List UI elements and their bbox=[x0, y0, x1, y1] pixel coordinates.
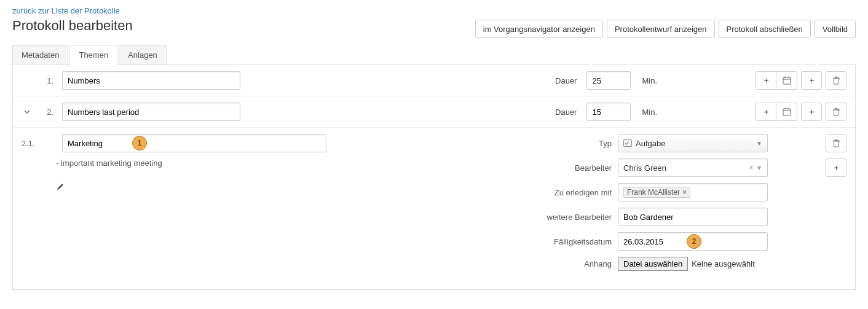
with-select[interactable]: Frank McAllister × bbox=[618, 183, 768, 201]
calendar-icon bbox=[783, 76, 791, 85]
trash-icon bbox=[832, 76, 840, 85]
svg-rect-0 bbox=[783, 77, 791, 84]
assignee-select[interactable]: Chris Green × ▾ bbox=[618, 158, 768, 177]
type-value: Aufgabe bbox=[636, 139, 665, 148]
file-choose-button[interactable]: Datei auswählen bbox=[618, 257, 688, 271]
show-navigator-button[interactable]: im Vorgangsnavigator anzeigen bbox=[475, 20, 603, 38]
with-tag: Frank McAllister × bbox=[623, 187, 690, 198]
due-label: Fälligkeitsdatum bbox=[526, 237, 612, 246]
annotation-badge-2: 2 bbox=[687, 234, 701, 249]
add-date-button[interactable] bbox=[776, 71, 797, 90]
trash-icon bbox=[832, 108, 840, 116]
file-status: Keine ausgewählt bbox=[692, 259, 755, 268]
with-label: Zu erledigen mit bbox=[526, 188, 612, 197]
back-link[interactable]: zurück zur Liste der Protokolle bbox=[12, 6, 120, 15]
add-subtopic-button[interactable]: ＋ bbox=[801, 103, 822, 121]
assignee-value: Chris Green bbox=[623, 163, 666, 173]
duration-suffix: Min. bbox=[642, 76, 657, 85]
fullscreen-button[interactable]: Vollbild bbox=[815, 20, 856, 38]
duration-label: Dauer bbox=[555, 76, 577, 85]
edit-note-button[interactable] bbox=[56, 182, 501, 191]
subtopic-note: - important marketing meeting bbox=[56, 158, 501, 168]
add-button[interactable]: ＋ bbox=[756, 103, 776, 121]
more-input[interactable] bbox=[618, 208, 768, 226]
more-label: weitere Bearbeiter bbox=[526, 213, 612, 222]
annotation-badge-1: 1 bbox=[132, 136, 147, 151]
tab-topics[interactable]: Themen bbox=[69, 45, 117, 65]
plus-icon: ＋ bbox=[808, 106, 816, 117]
add-date-button[interactable] bbox=[776, 103, 797, 121]
show-draft-button[interactable]: Protokollentwurf anzeigen bbox=[607, 20, 715, 38]
subtopic-number: 2.1. bbox=[22, 139, 52, 148]
type-label: Typ bbox=[526, 139, 612, 148]
plus-icon: ＋ bbox=[762, 106, 770, 117]
duration-input[interactable] bbox=[586, 71, 631, 90]
pencil-icon bbox=[56, 182, 65, 191]
add-sibling-button[interactable]: ＋ bbox=[826, 158, 846, 177]
clear-icon[interactable]: × ▾ bbox=[749, 163, 762, 172]
delete-subtopic-button[interactable] bbox=[826, 134, 846, 152]
remove-tag-icon[interactable]: × bbox=[682, 188, 687, 197]
tab-attachments[interactable]: Anlagen bbox=[119, 45, 167, 65]
delete-button[interactable] bbox=[826, 71, 846, 90]
task-icon bbox=[623, 139, 632, 147]
chevron-down-icon bbox=[24, 109, 30, 115]
svg-rect-4 bbox=[783, 109, 791, 115]
tab-metadata[interactable]: Metadaten bbox=[12, 45, 68, 65]
plus-icon: ＋ bbox=[808, 75, 816, 86]
add-subtopic-button[interactable]: ＋ bbox=[801, 71, 822, 90]
duration-input[interactable] bbox=[586, 103, 631, 121]
close-protocol-button[interactable]: Protokoll abschließen bbox=[719, 20, 811, 38]
plus-icon: ＋ bbox=[762, 75, 770, 86]
type-select[interactable]: Aufgabe ▼ bbox=[618, 134, 768, 152]
assignee-label: Bearbeiter bbox=[526, 163, 612, 173]
expand-toggle-2[interactable] bbox=[22, 109, 33, 115]
with-value: Frank McAllister bbox=[627, 188, 680, 197]
subtopic-title-input[interactable] bbox=[62, 134, 326, 152]
delete-button[interactable] bbox=[826, 103, 846, 121]
topic-title-input[interactable] bbox=[62, 103, 240, 121]
duration-suffix: Min. bbox=[642, 108, 657, 117]
add-button[interactable]: ＋ bbox=[756, 71, 776, 90]
duration-label: Dauer bbox=[555, 108, 577, 117]
topic-number: 1. bbox=[39, 76, 56, 85]
calendar-icon bbox=[783, 108, 791, 116]
attach-label: Anhang bbox=[526, 259, 612, 268]
plus-icon: ＋ bbox=[832, 162, 840, 173]
topic-title-input[interactable] bbox=[62, 71, 240, 90]
topic-number: 2. bbox=[39, 108, 56, 117]
chevron-down-icon: ▼ bbox=[756, 140, 762, 147]
page-title: Protokoll bearbeiten bbox=[12, 18, 133, 34]
trash-icon bbox=[832, 139, 840, 147]
